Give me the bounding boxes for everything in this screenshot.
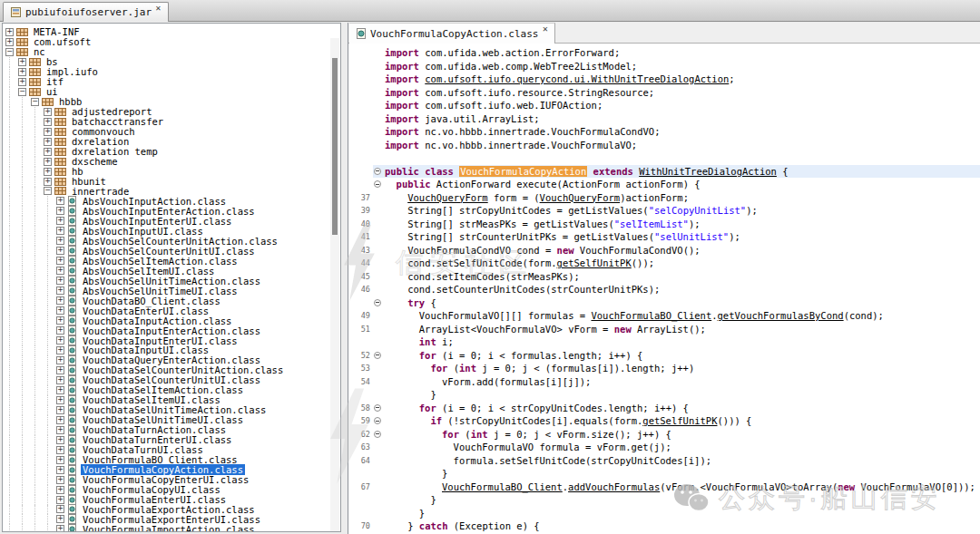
tree-item[interactable]: +VouchFormulaCopyEnterUI.class [5,475,328,485]
tree-item[interactable]: +VouchDataSelItemUI.class [5,395,328,405]
expand-icon[interactable]: + [56,476,64,484]
fold-collapse-icon[interactable] [374,431,381,438]
expand-icon[interactable]: + [56,346,64,354]
expand-icon[interactable]: + [56,336,64,345]
tree-item[interactable]: +VouchFormulaEnterUI.class [5,495,328,505]
tree-item[interactable]: +VouchFormulaImportAction.class [5,524,328,531]
expand-icon[interactable]: + [18,68,26,76]
expand-icon[interactable]: + [56,466,64,474]
expand-icon[interactable]: + [56,286,64,295]
code-link[interactable]: WithUnitTreeDialogAction [639,166,777,177]
code-link[interactable]: addVouchFormulas [568,481,660,492]
expand-icon[interactable]: + [44,138,52,146]
tree-item[interactable]: +VouchDataTurnAction.class [5,425,328,435]
tree-item[interactable]: +VouchDataQueryEnterAction.class [5,355,328,365]
expand-icon[interactable]: + [44,118,52,126]
tree-item[interactable]: +VouchDataBO_Client.class [5,296,328,306]
tree-item[interactable]: +VouchDataInputAction.class [5,316,328,325]
tree-scrollbar[interactable] [330,38,339,531]
expand-icon[interactable]: + [56,277,64,285]
expand-icon[interactable]: + [56,456,64,464]
expand-icon[interactable]: + [5,28,14,36]
fold-collapse-icon[interactable] [374,404,381,412]
expand-icon[interactable]: + [56,366,64,374]
tree-item[interactable]: +AbsVouchInputEnterAction.class [5,206,328,216]
expand-icon[interactable]: + [56,396,64,404]
expand-icon[interactable]: + [56,247,64,255]
expand-icon[interactable]: + [18,78,26,86]
expand-icon[interactable]: + [56,306,64,315]
expand-icon[interactable]: + [44,168,52,176]
code-link[interactable]: getSelfUnitPK [642,415,717,426]
tree-item[interactable]: +impl.iufo [5,67,328,77]
tree-item[interactable]: +VouchFormulaExportEnterUI.class [5,514,328,524]
expand-icon[interactable]: + [56,257,64,265]
tree-item[interactable]: +VouchFormulaCopyAction.class [5,465,328,475]
expand-icon[interactable]: + [56,376,64,384]
tree-item[interactable]: +VouchFormulaBO_Client.class [5,455,328,465]
tree-item[interactable]: +VouchDataTurnUI.class [5,445,328,455]
code-link[interactable]: getSelfUnitPK [557,257,632,268]
tree-item[interactable]: +commonvouch [5,127,328,137]
tree-item[interactable]: +AbsVouchSelUnitTimeUI.class [5,286,328,296]
code-link[interactable]: VouchFormulaBO_Client [442,481,563,492]
fold-collapse-icon[interactable] [374,352,381,359]
expand-icon[interactable]: + [56,486,64,494]
code-link[interactable]: com.ufsoft.iufo.querycond.ui.WithUnitTre… [425,73,729,84]
tree-item[interactable]: +VouchDataInputEnterUI.class [5,335,328,345]
tree-item[interactable]: +VouchFormulaCopyUI.class [5,485,328,495]
fold-collapse-icon[interactable] [374,299,381,306]
collapse-icon[interactable]: − [44,187,52,195]
tree-item[interactable]: +hbunit [5,177,328,187]
expand-icon[interactable]: + [56,416,64,424]
tree-item[interactable]: +dxrelation temp [5,147,328,157]
expand-icon[interactable]: + [56,227,64,235]
code-link[interactable]: VouchFormulaBO_Client [591,310,711,321]
close-icon[interactable]: ✕ [542,25,548,34]
java-source-view[interactable]: import com.ufida.web.action.ErrorForward… [348,44,980,534]
expand-icon[interactable]: + [44,158,52,166]
expand-icon[interactable]: + [56,386,64,394]
tree-item[interactable]: +adjustedreport [5,107,328,117]
tab-editor-class[interactable]: VouchFormulaCopyAction.class ✕ [349,23,555,44]
tree-item[interactable]: +VouchDataTurnEnterUI.class [5,435,328,445]
expand-icon[interactable]: + [44,108,52,116]
expand-icon[interactable]: + [44,128,52,136]
collapse-icon[interactable]: − [5,48,14,56]
tree-item[interactable]: +META-INF [5,27,328,37]
expand-icon[interactable]: + [56,525,64,531]
fold-collapse-icon[interactable] [374,180,381,188]
collapse-icon[interactable]: − [18,88,26,96]
tree-item[interactable]: +AbsVouchSelItemUI.class [5,266,328,276]
tree-item[interactable]: −innertrade [5,187,328,197]
tree-item[interactable]: +bs [5,57,328,67]
tree-item[interactable]: +dxscheme [5,157,328,167]
expand-icon[interactable]: + [56,406,64,414]
expand-icon[interactable]: + [56,436,64,444]
tree-item[interactable]: +VouchDataSelCounterUnitAction.class [5,365,328,375]
fold-collapse-icon[interactable] [374,168,381,175]
expand-icon[interactable]: + [5,38,14,46]
expand-icon[interactable]: + [56,515,64,523]
tree-item[interactable]: +hb [5,167,328,177]
tree-item[interactable]: +VouchDataSelUnitTimeAction.class [5,405,328,415]
expand-icon[interactable]: + [56,446,64,454]
code-link[interactable]: getVouchFormulasByCond [718,310,844,321]
tree-item[interactable]: +VouchDataEnterUI.class [5,306,328,316]
tree-item[interactable]: +AbsVouchInputUI.class [5,226,328,236]
expand-icon[interactable]: + [56,296,64,305]
collapse-icon[interactable]: − [31,98,39,106]
tree-item[interactable]: +AbsVouchInputEnterUI.class [5,216,328,226]
expand-icon[interactable]: + [56,237,64,245]
expand-icon[interactable]: + [56,207,64,215]
expand-icon[interactable]: + [56,356,64,364]
code-link[interactable]: VouchQueryForm [540,192,621,203]
expand-icon[interactable]: + [44,178,52,186]
tree-item[interactable]: −hbbb [5,97,328,107]
tree-item[interactable]: +VouchDataInputEnterAction.class [5,325,328,335]
expand-icon[interactable]: + [56,267,64,275]
tree-item[interactable]: +AbsVouchSelItemAction.class [5,256,328,266]
tree-item[interactable]: +VouchFormulaExportAction.class [5,505,328,515]
expand-icon[interactable]: + [18,58,26,66]
expand-icon[interactable]: + [56,426,64,434]
